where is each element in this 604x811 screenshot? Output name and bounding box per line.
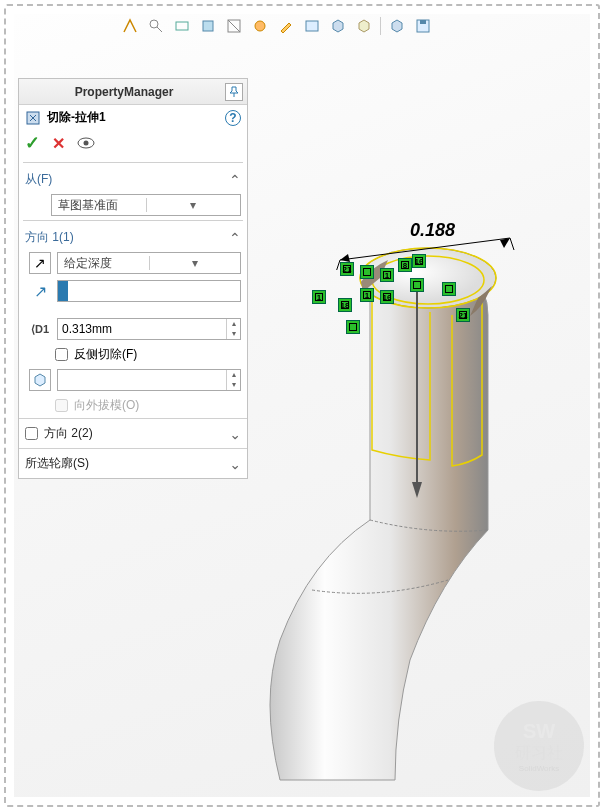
svg-rect-1 bbox=[176, 22, 188, 30]
draft-outward-row: 向外拔模(O) bbox=[29, 397, 241, 414]
sketch-constraint-icon[interactable]: 1 bbox=[312, 290, 326, 304]
chevron-down-icon[interactable]: ▾ bbox=[146, 198, 241, 212]
watermark: SW 研习社 SolidWorks bbox=[494, 701, 584, 791]
direction-arrow-icon: ↗ bbox=[29, 282, 51, 301]
help-button[interactable]: ? bbox=[225, 110, 241, 126]
confirm-row: ✓ ✕ bbox=[19, 130, 247, 162]
sketch-constraint-icon[interactable]: 18 bbox=[338, 298, 352, 312]
cut-extrude-icon bbox=[25, 110, 41, 126]
draft-button[interactable] bbox=[29, 369, 51, 391]
from-combo[interactable]: 草图基准面 ▾ bbox=[51, 194, 241, 216]
flip-side-row: 反侧切除(F) bbox=[29, 346, 241, 363]
view-toolbar bbox=[120, 16, 433, 36]
svg-point-10 bbox=[84, 141, 89, 146]
sketch-constraint-icon[interactable]: 1 bbox=[380, 268, 394, 282]
direction2-header[interactable]: 方向 2(2) ⌃ bbox=[19, 418, 247, 448]
sketch-constraint-icon[interactable]: 21 bbox=[456, 308, 470, 322]
sketch-constraint-icon[interactable] bbox=[360, 265, 374, 279]
direction1-header[interactable]: 方向 1(1) ⌃ bbox=[25, 227, 241, 252]
separator bbox=[380, 17, 381, 35]
zoom-icon[interactable] bbox=[146, 16, 166, 36]
end-condition-combo[interactable]: 给定深度 ▾ bbox=[57, 252, 241, 274]
sketch-constraint-icon[interactable]: 1 bbox=[360, 288, 374, 302]
svg-rect-5 bbox=[306, 21, 318, 31]
sketch-constraint-icon[interactable] bbox=[442, 282, 456, 296]
cube3-icon[interactable] bbox=[387, 16, 407, 36]
depth-input[interactable] bbox=[58, 322, 226, 336]
preview-icon[interactable] bbox=[77, 137, 95, 149]
sketch-constraint-icon[interactable]: 8 bbox=[398, 258, 412, 272]
edit-icon[interactable] bbox=[276, 16, 296, 36]
sketch-constraint-icon[interactable] bbox=[346, 320, 360, 334]
pin-button[interactable] bbox=[225, 83, 243, 101]
svg-rect-2 bbox=[203, 21, 213, 31]
sketch-constraint-icon[interactable]: 16 bbox=[380, 290, 394, 304]
direction-field[interactable] bbox=[57, 280, 241, 302]
direction-input[interactable] bbox=[68, 284, 240, 298]
depth-icon: ⟨D1 bbox=[29, 323, 51, 336]
sketch-constraint-icon[interactable]: 21 bbox=[340, 262, 354, 276]
save-icon[interactable] bbox=[413, 16, 433, 36]
flip-side-checkbox[interactable] bbox=[55, 348, 68, 361]
cube2-icon[interactable] bbox=[354, 16, 374, 36]
contours-header[interactable]: 所选轮廓(S) ⌃ bbox=[19, 448, 247, 478]
property-manager-panel: PropertyManager 切除-拉伸1 ? ✓ ✕ 从(F) ⌃ 草图基准… bbox=[18, 78, 248, 479]
direction1-section: 方向 1(1) ⌃ ↗ 给定深度 ▾ ↗ ⟨D1 bbox=[19, 221, 247, 418]
from-section: 从(F) ⌃ 草图基准面 ▾ bbox=[19, 163, 247, 220]
depth-field[interactable]: ▴▾ bbox=[57, 318, 241, 340]
section-icon[interactable] bbox=[224, 16, 244, 36]
draft-field[interactable]: ▴▾ bbox=[57, 369, 241, 391]
sketch-constraint-icon[interactable]: 16 bbox=[412, 254, 426, 268]
svg-point-4 bbox=[255, 21, 265, 31]
feature-name: 切除-拉伸1 bbox=[47, 109, 106, 126]
draft-outward-checkbox bbox=[55, 399, 68, 412]
appearance-icon[interactable] bbox=[250, 16, 270, 36]
cancel-button[interactable]: ✕ bbox=[52, 134, 65, 153]
direction2-checkbox[interactable] bbox=[25, 427, 38, 440]
ok-button[interactable]: ✓ bbox=[25, 132, 40, 154]
draft-input[interactable] bbox=[58, 373, 226, 387]
svg-point-0 bbox=[150, 20, 158, 28]
svg-rect-7 bbox=[420, 20, 426, 24]
scene-icon[interactable] bbox=[302, 16, 322, 36]
pm-header: PropertyManager bbox=[19, 79, 247, 105]
chevron-up-icon: ⌃ bbox=[229, 172, 241, 188]
dimension-value[interactable]: 0.188 bbox=[410, 220, 455, 241]
feature-title-row: 切除-拉伸1 ? bbox=[19, 105, 247, 130]
pm-title: PropertyManager bbox=[23, 85, 225, 99]
from-header[interactable]: 从(F) ⌃ bbox=[25, 169, 241, 194]
view-icon[interactable] bbox=[172, 16, 192, 36]
svg-line-17 bbox=[510, 238, 514, 250]
cube1-icon[interactable] bbox=[328, 16, 348, 36]
orient-icon[interactable] bbox=[120, 16, 140, 36]
display-icon[interactable] bbox=[198, 16, 218, 36]
reverse-direction-button[interactable]: ↗ bbox=[29, 252, 51, 274]
sketch-constraint-icon[interactable] bbox=[410, 278, 424, 292]
